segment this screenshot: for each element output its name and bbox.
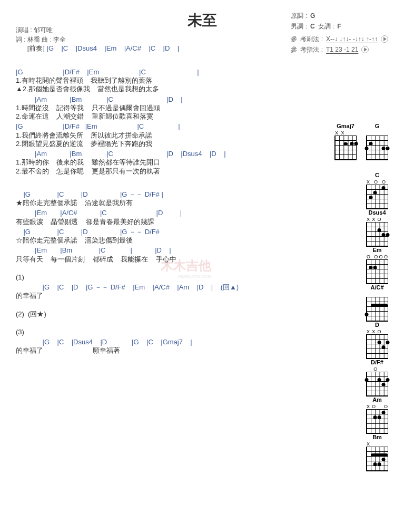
chord-line: |G |C |D |G －－ D/F# |Em |A/C# |Am |D | (…	[16, 283, 239, 291]
lyric-line: 1.那時的你 後來的我 雖然都在等待誰先開口	[16, 158, 321, 167]
lyric-line: 有些眼淚 晶瑩剔透 卻是青春最美好的幾課	[16, 218, 321, 226]
chord-line: |Am |Bm |C |D |Dsus4 |D |	[16, 150, 226, 158]
chord-line: |G |C |D |G －－ D/F# |	[16, 190, 163, 198]
chord-diagram: A/C#	[366, 284, 388, 322]
chord-diagram: Dsus4XXO	[366, 209, 388, 247]
lyric-line: 1.有時花開的聲音裡頭 我聽到了離別的葉落	[16, 76, 321, 85]
lyric-line: 2.最不舍的 怎是你呢 更是那只有一次的執著	[16, 167, 321, 176]
chord-name: Bm	[372, 434, 382, 441]
chord-name: A/C#	[370, 284, 383, 292]
chord-name: Em	[372, 247, 381, 254]
chord-line: |G |D/F# |Em |C |	[16, 122, 180, 130]
male-key-label: 男調 :	[291, 21, 307, 32]
chord-line: |Am |Bm |C |D |	[16, 95, 183, 103]
outro-1: (1) |G |C |D |G －－ D/F# |Em |A/C# |Am |D…	[16, 273, 321, 301]
chord-line: |Em |Bm |C | |D |	[16, 246, 171, 254]
intro-label: [前奏]	[27, 44, 45, 52]
section-label: (3)	[16, 328, 321, 336]
sheet-body: [前奏] |G |C |Dsus4 |Em |A/C# |C |D | |G |…	[0, 31, 404, 355]
section-label: (1)	[16, 273, 321, 282]
lyric-line: ☆陪你走完整個承諾 渲染悲傷到最後	[16, 236, 321, 245]
intro-chords: |G |C |Dsus4 |Em |A/C# |C |D |	[47, 44, 180, 52]
verse-1: |G |D/F# |Em |C | 1.有時花開的聲音裡頭 我聽到了離別的葉落 …	[16, 68, 321, 176]
chord-name: D/F#	[371, 359, 383, 366]
chord-name: C	[375, 172, 379, 179]
intro-line: [前奏] |G |C |Dsus4 |Em |A/C# |C |D |	[16, 36, 321, 62]
chord-diagram: BmX	[366, 434, 388, 471]
outro-2: (2) (回★)	[16, 310, 321, 318]
chord-line: |G |C |Dsus4 |D |G |C |Gmaj7 |	[16, 338, 192, 346]
chord-diagram: DXXO	[366, 322, 388, 359]
chord-diagram: AmXO O	[366, 396, 388, 434]
chord-diagram: D/F# O	[366, 359, 388, 396]
chord-diagram: G	[366, 123, 388, 160]
chord-line: |G |D/F# |Em |C |	[16, 68, 199, 76]
chord-diagrams: Gmaj7XX G CX O O Dsus4XXO EmO OOOA/C# DX…	[334, 123, 388, 471]
lyric-line: 1.我們終將會流離失所 所以彼此才拼命承諾	[16, 131, 321, 140]
chord-name: Dsus4	[368, 209, 386, 217]
chord-line: |Em |A/C# |C |D |	[16, 209, 182, 217]
lyric-line: ★陪你走完整個承諾 沿途就是我所有	[16, 199, 321, 207]
chord-name: G	[375, 123, 380, 130]
lyric-line: ▲2.那個她是否會很像我 當然也是我想的太多	[16, 85, 321, 93]
header: 未至 演唱 : 郁可唯 詞 : 林喬 曲 : 李全 原調 : G 男調 : C …	[0, 0, 404, 31]
chord-name: Gmaj7	[337, 123, 354, 130]
chord-diagram: CX O O	[366, 172, 388, 209]
lyric-line: 2.命運在這 人潮交錯 重新歸位歡喜和落寞	[16, 112, 321, 121]
chord-diagram: Gmaj7XX	[334, 123, 357, 160]
female-key: F	[337, 21, 341, 32]
lyric-line: 只等有天 每一個片刻 都碎成 我能攥在 手心中	[16, 255, 321, 264]
section-label: (2) (回★)	[16, 310, 321, 318]
orig-key-label: 原調 :	[291, 11, 307, 21]
female-key-label: 女調 :	[318, 21, 334, 32]
lyric-line: 的幸福了	[16, 292, 321, 300]
lyric-line: 2.閉眼望見盛夏的逆流 夢裡陽光下奔跑的我	[16, 140, 321, 148]
chord-diagram: EmO OOO	[366, 247, 388, 284]
lyric-line: 1.時間從沒 記得等我 只不過是偶爾會回過頭	[16, 104, 321, 112]
outro-3: (3) |G |C |Dsus4 |D |G |C |Gmaj7 | 的幸福了 …	[16, 328, 321, 355]
lyric-line: 的幸福了 願幸福著	[16, 346, 321, 355]
chord-line: |G |C |D |G －－ D/F#	[16, 228, 160, 236]
chorus: |G |C |D |G －－ D/F# | ★陪你走完整個承諾 沿途就是我所有 …	[16, 190, 321, 264]
chord-name: D	[375, 322, 379, 329]
orig-key: G	[310, 11, 315, 21]
chord-name: Am	[372, 396, 382, 404]
male-key: C	[310, 21, 315, 32]
